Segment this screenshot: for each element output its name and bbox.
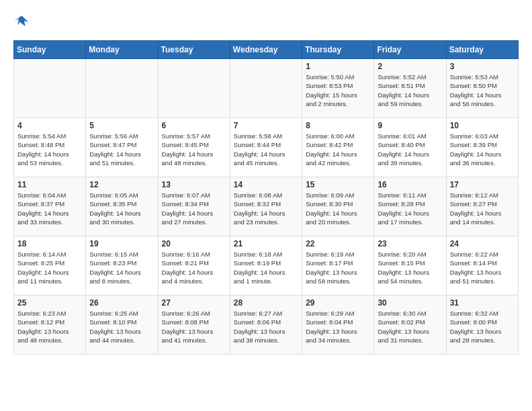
day-number: 5: [89, 121, 154, 130]
day-number: 7: [234, 121, 298, 130]
day-number: 6: [162, 121, 226, 130]
day-info: Sunrise: 6:29 AM Sunset: 8:04 PM Dayligh…: [306, 309, 370, 345]
day-info: Sunrise: 6:11 AM Sunset: 8:28 PM Dayligh…: [378, 191, 442, 226]
calendar-cell: 21Sunrise: 6:18 AM Sunset: 8:19 PM Dayli…: [230, 236, 302, 295]
day-info: Sunrise: 5:50 AM Sunset: 8:53 PM Dayligh…: [306, 73, 370, 108]
calendar-cell: 29Sunrise: 6:29 AM Sunset: 8:04 PM Dayli…: [302, 295, 374, 355]
day-info: Sunrise: 5:56 AM Sunset: 8:47 PM Dayligh…: [89, 132, 154, 167]
day-info: Sunrise: 6:00 AM Sunset: 8:42 PM Dayligh…: [306, 132, 370, 167]
day-info: Sunrise: 6:01 AM Sunset: 8:40 PM Dayligh…: [378, 132, 442, 167]
calendar-week-3: 11Sunrise: 6:04 AM Sunset: 8:37 PM Dayli…: [14, 177, 519, 236]
day-number: 29: [306, 298, 370, 308]
header-row: SundayMondayTuesdayWednesdayThursdayFrid…: [14, 41, 519, 59]
day-number: 13: [162, 180, 226, 189]
day-info: Sunrise: 5:58 AM Sunset: 8:44 PM Dayligh…: [234, 132, 298, 167]
day-info: Sunrise: 5:53 AM Sunset: 8:50 PM Dayligh…: [450, 73, 515, 108]
calendar-cell: 6Sunrise: 5:57 AM Sunset: 8:45 PM Daylig…: [158, 118, 230, 177]
day-number: 10: [450, 121, 515, 130]
day-info: Sunrise: 6:03 AM Sunset: 8:39 PM Dayligh…: [450, 132, 515, 167]
logo-bird-icon: [13, 13, 30, 30]
calendar-cell: 16Sunrise: 6:11 AM Sunset: 8:28 PM Dayli…: [374, 177, 446, 236]
day-info: Sunrise: 6:07 AM Sunset: 8:34 PM Dayligh…: [162, 191, 226, 226]
day-info: Sunrise: 6:16 AM Sunset: 8:21 PM Dayligh…: [162, 250, 226, 285]
day-number: 31: [450, 298, 515, 308]
day-number: 9: [378, 121, 442, 130]
day-info: Sunrise: 5:52 AM Sunset: 8:51 PM Dayligh…: [378, 73, 442, 108]
calendar-cell: 31Sunrise: 6:32 AM Sunset: 8:00 PM Dayli…: [446, 295, 518, 355]
day-number: 4: [17, 121, 82, 130]
day-number: 1: [306, 62, 370, 71]
calendar-cell: [158, 59, 230, 118]
calendar-table: SundayMondayTuesdayWednesdayThursdayFrid…: [13, 40, 519, 355]
day-number: 2: [378, 62, 442, 71]
day-number: 16: [378, 180, 442, 189]
day-number: 24: [450, 239, 515, 248]
calendar-cell: [86, 59, 158, 118]
day-number: 19: [89, 239, 154, 248]
day-number: 22: [306, 239, 370, 248]
calendar-cell: 13Sunrise: 6:07 AM Sunset: 8:34 PM Dayli…: [158, 177, 230, 236]
day-info: Sunrise: 6:26 AM Sunset: 8:08 PM Dayligh…: [162, 309, 226, 345]
calendar-cell: 27Sunrise: 6:26 AM Sunset: 8:08 PM Dayli…: [158, 295, 230, 355]
day-number: 26: [89, 298, 154, 308]
calendar-cell: [230, 59, 302, 118]
day-number: 3: [450, 62, 515, 71]
header-sunday: Sunday: [14, 41, 86, 59]
svg-marker-0: [15, 15, 29, 26]
calendar-cell: 5Sunrise: 5:56 AM Sunset: 8:47 PM Daylig…: [86, 118, 158, 177]
day-number: 30: [378, 298, 442, 308]
day-number: 21: [234, 239, 298, 248]
calendar-week-2: 4Sunrise: 5:54 AM Sunset: 8:48 PM Daylig…: [14, 118, 519, 177]
calendar-cell: 4Sunrise: 5:54 AM Sunset: 8:48 PM Daylig…: [14, 118, 86, 177]
day-number: 12: [89, 180, 154, 189]
day-info: Sunrise: 6:32 AM Sunset: 8:00 PM Dayligh…: [450, 309, 515, 345]
day-number: 8: [306, 121, 370, 130]
header-thursday: Thursday: [302, 41, 374, 59]
calendar-cell: 8Sunrise: 6:00 AM Sunset: 8:42 PM Daylig…: [302, 118, 374, 177]
day-info: Sunrise: 6:27 AM Sunset: 8:06 PM Dayligh…: [234, 309, 298, 345]
day-info: Sunrise: 6:30 AM Sunset: 8:02 PM Dayligh…: [378, 309, 442, 345]
day-number: 11: [17, 180, 82, 189]
day-info: Sunrise: 5:57 AM Sunset: 8:45 PM Dayligh…: [162, 132, 226, 167]
header-tuesday: Tuesday: [158, 41, 230, 59]
page-header: [13, 13, 519, 30]
day-info: Sunrise: 6:12 AM Sunset: 8:27 PM Dayligh…: [450, 191, 515, 226]
day-info: Sunrise: 6:20 AM Sunset: 8:15 PM Dayligh…: [378, 250, 442, 285]
logo: [13, 13, 32, 30]
day-info: Sunrise: 6:04 AM Sunset: 8:37 PM Dayligh…: [17, 191, 82, 226]
day-number: 25: [17, 298, 82, 308]
calendar-cell: 11Sunrise: 6:04 AM Sunset: 8:37 PM Dayli…: [14, 177, 86, 236]
day-info: Sunrise: 6:19 AM Sunset: 8:17 PM Dayligh…: [306, 250, 370, 285]
header-monday: Monday: [86, 41, 158, 59]
day-info: Sunrise: 6:05 AM Sunset: 8:35 PM Dayligh…: [89, 191, 154, 226]
day-info: Sunrise: 6:09 AM Sunset: 8:30 PM Dayligh…: [306, 191, 370, 226]
calendar-cell: 12Sunrise: 6:05 AM Sunset: 8:35 PM Dayli…: [86, 177, 158, 236]
calendar-cell: 24Sunrise: 6:22 AM Sunset: 8:14 PM Dayli…: [446, 236, 518, 295]
day-number: 18: [17, 239, 82, 248]
calendar-cell: 7Sunrise: 5:58 AM Sunset: 8:44 PM Daylig…: [230, 118, 302, 177]
header-friday: Friday: [374, 41, 446, 59]
day-info: Sunrise: 6:15 AM Sunset: 8:23 PM Dayligh…: [89, 250, 154, 285]
day-number: 28: [234, 298, 298, 308]
calendar-cell: 10Sunrise: 6:03 AM Sunset: 8:39 PM Dayli…: [446, 118, 518, 177]
day-info: Sunrise: 6:14 AM Sunset: 8:25 PM Dayligh…: [17, 250, 82, 285]
day-info: Sunrise: 6:25 AM Sunset: 8:10 PM Dayligh…: [89, 309, 154, 345]
calendar-cell: 1Sunrise: 5:50 AM Sunset: 8:53 PM Daylig…: [302, 59, 374, 118]
calendar-cell: 28Sunrise: 6:27 AM Sunset: 8:06 PM Dayli…: [230, 295, 302, 355]
calendar-week-1: 1Sunrise: 5:50 AM Sunset: 8:53 PM Daylig…: [14, 59, 519, 118]
calendar-cell: 30Sunrise: 6:30 AM Sunset: 8:02 PM Dayli…: [374, 295, 446, 355]
day-info: Sunrise: 6:18 AM Sunset: 8:19 PM Dayligh…: [234, 250, 298, 285]
day-number: 20: [162, 239, 226, 248]
calendar-cell: 19Sunrise: 6:15 AM Sunset: 8:23 PM Dayli…: [86, 236, 158, 295]
day-number: 23: [378, 239, 442, 248]
calendar-body: 1Sunrise: 5:50 AM Sunset: 8:53 PM Daylig…: [14, 59, 519, 355]
day-number: 15: [306, 180, 370, 189]
calendar-cell: 17Sunrise: 6:12 AM Sunset: 8:27 PM Dayli…: [446, 177, 518, 236]
day-info: Sunrise: 6:08 AM Sunset: 8:32 PM Dayligh…: [234, 191, 298, 226]
calendar-cell: 14Sunrise: 6:08 AM Sunset: 8:32 PM Dayli…: [230, 177, 302, 236]
day-number: 27: [162, 298, 226, 308]
calendar-cell: 23Sunrise: 6:20 AM Sunset: 8:15 PM Dayli…: [374, 236, 446, 295]
calendar-cell: 15Sunrise: 6:09 AM Sunset: 8:30 PM Dayli…: [302, 177, 374, 236]
calendar-cell: [14, 59, 86, 118]
day-info: Sunrise: 5:54 AM Sunset: 8:48 PM Dayligh…: [17, 132, 82, 167]
